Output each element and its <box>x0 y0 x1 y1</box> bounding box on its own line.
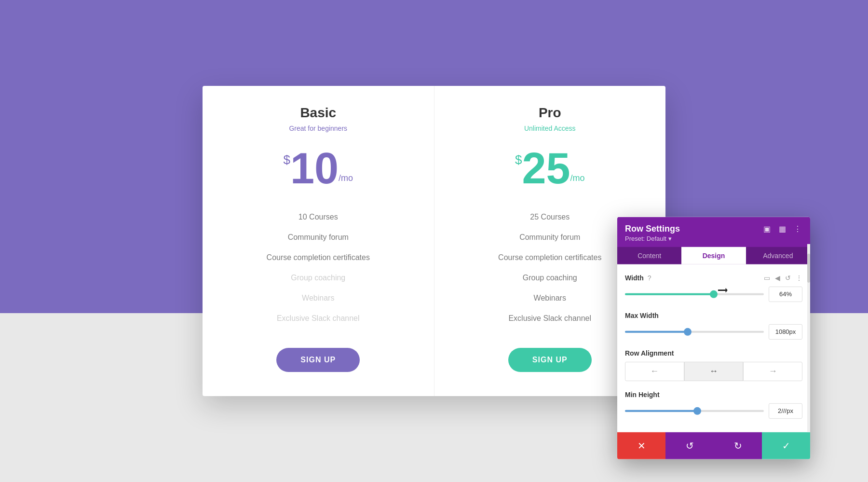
panel-title: Row Settings <box>625 223 680 234</box>
panel-tabs: Content Design Advanced <box>617 247 810 264</box>
page-background: Basic Great for beginners $ 10 /mo 10 Co… <box>0 0 868 482</box>
basic-amount: 10 <box>290 147 339 190</box>
width-slider-fill <box>625 293 714 295</box>
min-height-label: Min Height <box>625 390 660 398</box>
panel-title-row: Row Settings ▣ ▦ ⋮ <box>625 223 802 234</box>
width-help-icon[interactable]: ? <box>648 274 651 281</box>
redo-button[interactable]: ↻ <box>714 432 762 459</box>
list-item: Exclusive Slack channel <box>222 308 415 329</box>
basic-plan-tagline: Great for beginners <box>222 124 415 132</box>
row-alignment-label: Row Alignment <box>625 349 674 357</box>
tab-content[interactable]: Content <box>617 247 681 264</box>
list-item: Course completion certificates <box>222 248 415 268</box>
align-right-option[interactable]: → <box>743 361 802 381</box>
width-label: Width <box>625 274 644 281</box>
list-item: Webinars <box>222 288 415 308</box>
columns-icon[interactable]: ▦ <box>777 224 787 234</box>
width-desktop-icon[interactable]: ▭ <box>764 274 770 281</box>
basic-currency: $ <box>283 153 290 166</box>
align-left-option[interactable]: ← <box>625 361 684 381</box>
confirm-icon: ✓ <box>782 440 790 451</box>
min-height-slider-thumb[interactable] <box>693 407 701 414</box>
max-width-slider-row: 1080px <box>625 324 802 339</box>
fullscreen-icon[interactable]: ▣ <box>762 224 772 234</box>
pricing-col-basic: Basic Great for beginners $ 10 /mo 10 Co… <box>203 86 434 396</box>
panel-scrollbar[interactable] <box>807 244 810 432</box>
min-height-section: Min Height 2///px <box>625 390 802 418</box>
width-section: Width ? ▭ ◀ ↺ ⋮ 🠖 <box>625 274 802 302</box>
min-height-slider-fill <box>625 410 697 412</box>
undo-icon: ↺ <box>686 440 694 451</box>
basic-plan-name: Basic <box>222 105 415 121</box>
redo-icon: ↻ <box>734 440 742 451</box>
max-width-slider-value[interactable]: 1080px <box>769 324 802 339</box>
width-undo-icon[interactable]: ↺ <box>785 274 791 281</box>
list-item: Group coaching <box>222 268 415 288</box>
min-height-label-row: Min Height <box>625 390 802 398</box>
more-options-icon[interactable]: ⋮ <box>793 224 802 234</box>
width-icons: ▭ ◀ ↺ ⋮ <box>764 274 802 281</box>
confirm-button[interactable]: ✓ <box>762 432 810 459</box>
pro-period: /mo <box>570 173 585 183</box>
align-center-option[interactable]: ↔ <box>684 361 744 381</box>
pro-plan-price: $ 25 /mo <box>454 147 647 190</box>
panel-body: Width ? ▭ ◀ ↺ ⋮ 🠖 <box>617 264 810 432</box>
panel-scrollbar-thumb[interactable] <box>807 253 810 282</box>
basic-period: /mo <box>339 173 353 183</box>
width-more-icon[interactable]: ⋮ <box>796 274 802 281</box>
pro-plan-name: Pro <box>454 105 647 121</box>
undo-button[interactable]: ↺ <box>665 432 714 459</box>
width-cursor-icon[interactable]: ◀ <box>775 274 780 281</box>
tab-design[interactable]: Design <box>681 247 746 264</box>
width-slider-track[interactable]: 🠖 <box>625 293 764 295</box>
alignment-options: ← ↔ → <box>625 361 802 381</box>
pro-signup-button[interactable]: SIGN UP <box>508 348 592 372</box>
min-height-slider-row: 2///px <box>625 403 802 418</box>
panel-preset[interactable]: Preset: Default ▾ <box>625 234 802 242</box>
cancel-button[interactable]: ✕ <box>617 432 665 459</box>
max-width-section: Max Width 1080px <box>625 311 802 339</box>
width-slider-row: 🠖 64% <box>625 286 802 302</box>
pro-amount: 25 <box>522 147 570 190</box>
cursor-pointer-icon: 🠖 <box>718 284 728 297</box>
pro-plan-tagline: Unlimited Access <box>454 124 647 132</box>
row-alignment-section: Row Alignment ← ↔ → <box>625 349 802 381</box>
min-height-slider-track[interactable] <box>625 410 764 412</box>
panel-header-icons: ▣ ▦ ⋮ <box>762 224 802 234</box>
width-label-row: Width ? ▭ ◀ ↺ ⋮ <box>625 274 802 281</box>
width-slider-thumb[interactable] <box>710 290 718 298</box>
row-settings-panel: Row Settings ▣ ▦ ⋮ Preset: Default ▾ Con… <box>617 217 810 459</box>
pricing-table: Basic Great for beginners $ 10 /mo 10 Co… <box>203 86 665 396</box>
max-width-slider-track[interactable] <box>625 331 764 332</box>
row-alignment-label-row: Row Alignment <box>625 349 802 357</box>
panel-header: Row Settings ▣ ▦ ⋮ Preset: Default ▾ Con… <box>617 217 810 264</box>
width-slider-value[interactable]: 64% <box>769 286 802 302</box>
max-width-slider-fill <box>625 331 688 332</box>
max-width-slider-thumb[interactable] <box>684 328 692 335</box>
list-item: Community forum <box>222 227 415 248</box>
basic-plan-price: $ 10 /mo <box>222 147 415 190</box>
min-height-slider-value[interactable]: 2///px <box>769 403 802 418</box>
max-width-label: Max Width <box>625 311 659 319</box>
panel-actions: ✕ ↺ ↻ ✓ <box>617 432 810 459</box>
basic-feature-list: 10 Courses Community forum Course comple… <box>222 207 415 329</box>
tab-advanced[interactable]: Advanced <box>746 247 810 264</box>
basic-signup-button[interactable]: SIGN UP <box>276 348 360 372</box>
cancel-icon: ✕ <box>637 440 646 451</box>
max-width-label-row: Max Width <box>625 311 802 319</box>
list-item: 10 Courses <box>222 207 415 227</box>
pro-currency: $ <box>515 153 522 166</box>
